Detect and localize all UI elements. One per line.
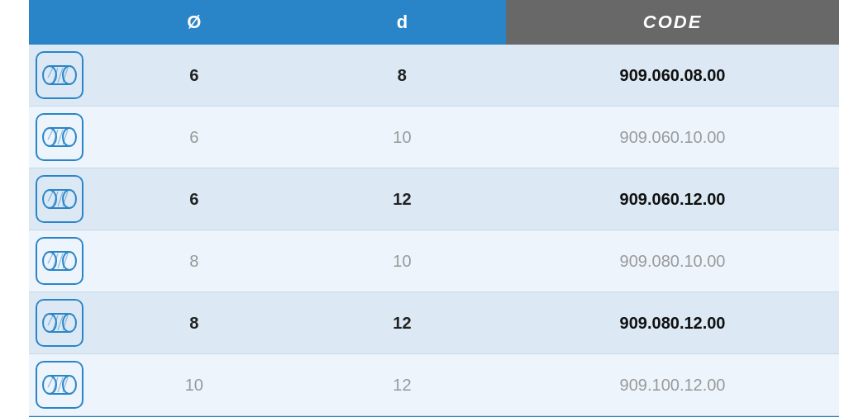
phi-value: 6 — [90, 45, 298, 107]
d-value: 12 — [298, 292, 506, 354]
icon-cell — [29, 354, 90, 416]
icon-cell — [29, 292, 90, 354]
code-value: 909.060.12.00 — [506, 168, 839, 230]
code-value: 909.080.12.00 — [506, 292, 839, 354]
svg-line-14 — [48, 130, 53, 140]
phi-value: 8 — [90, 230, 298, 292]
code-value: 909.080.10.00 — [506, 230, 839, 292]
header-phi: Ø — [90, 0, 298, 45]
svg-line-5 — [48, 68, 53, 78]
code-value: 909.060.10.00 — [506, 107, 839, 168]
code-value: 909.100.12.00 — [506, 354, 839, 416]
icon-cell — [29, 45, 90, 107]
d-value: 10 — [298, 230, 506, 292]
phi-value: 6 — [90, 168, 298, 230]
svg-line-23 — [48, 192, 53, 201]
svg-line-41 — [48, 315, 53, 325]
d-value: 12 — [298, 168, 506, 230]
header-code: CODE — [506, 0, 839, 45]
product-table: Ø d CODE — [29, 0, 839, 417]
phi-value: 10 — [90, 354, 298, 416]
svg-line-32 — [48, 254, 53, 263]
phi-value: 8 — [90, 292, 298, 354]
d-value: 12 — [298, 354, 506, 416]
icon-cell — [29, 107, 90, 168]
code-value: 909.060.08.00 — [506, 45, 839, 107]
d-value: 8 — [298, 45, 506, 107]
header-d: d — [298, 0, 506, 45]
svg-line-50 — [48, 377, 53, 387]
phi-value: 6 — [90, 107, 298, 168]
icon-cell — [29, 168, 90, 230]
icon-cell — [29, 230, 90, 292]
d-value: 10 — [298, 107, 506, 168]
